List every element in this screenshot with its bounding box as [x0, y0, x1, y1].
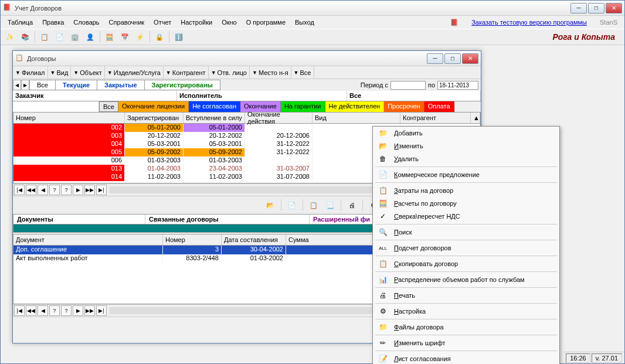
- nav-fastfwd[interactable]: ▶▶: [84, 185, 95, 195]
- filter-location[interactable]: ▼Место н-я: [250, 66, 291, 79]
- context-item[interactable]: 📁Добавить: [373, 127, 559, 140]
- tab-all[interactable]: Все: [29, 80, 56, 90]
- nav-last[interactable]: ▶|: [96, 185, 107, 195]
- context-item[interactable]: 📊Распределение объемов работ по службам: [373, 273, 559, 286]
- tool-contract-icon[interactable]: 📋: [38, 30, 52, 44]
- period-from-input[interactable]: [390, 81, 426, 90]
- col-scroll-up[interactable]: ▲: [471, 113, 480, 123]
- tab-closed[interactable]: Закрытые: [97, 80, 145, 90]
- col-type[interactable]: Вид: [312, 113, 400, 123]
- mt-doc3-icon[interactable]: 📃: [323, 198, 337, 212]
- context-item[interactable]: ALLПодсчет договоров: [373, 241, 559, 254]
- dcol-doc[interactable]: Документ: [13, 234, 163, 245]
- child-icon: 📋: [15, 54, 25, 63]
- menu-table[interactable]: Таблица: [3, 17, 38, 28]
- nav-back[interactable]: ◀: [38, 185, 48, 195]
- filter-contractor[interactable]: ▼Контрагент: [164, 66, 209, 79]
- menu-ref[interactable]: Справочник: [104, 17, 150, 28]
- menu-report[interactable]: Отчет: [149, 17, 176, 28]
- menu-settings[interactable]: Настройки: [176, 17, 217, 28]
- tool-calc-icon[interactable]: 🧮: [103, 30, 117, 44]
- nav-fwd[interactable]: ▶: [73, 185, 83, 195]
- status-neg[interactable]: Не согласован: [189, 101, 240, 112]
- filter-all[interactable]: ▼Все: [291, 66, 314, 79]
- filter-product[interactable]: ▼Изделие/Услуга: [105, 66, 164, 79]
- status-inval[interactable]: Не действителен: [325, 101, 385, 112]
- child-minimize-button[interactable]: ─: [427, 53, 443, 64]
- tab-prev-button[interactable]: ▶: [21, 80, 29, 90]
- dnav-fwd[interactable]: ▶: [73, 305, 83, 316]
- close-button[interactable]: ✕: [606, 3, 622, 13]
- subtab-docs[interactable]: Документы: [13, 215, 145, 224]
- child-close-button[interactable]: ✕: [462, 53, 478, 64]
- context-item[interactable]: 📄Коммерческое предложение: [373, 168, 559, 181]
- menu-about[interactable]: О программе: [242, 17, 290, 28]
- status-over[interactable]: Просрочен: [384, 101, 424, 112]
- dcol-date[interactable]: Дата составления: [222, 234, 286, 245]
- context-menu[interactable]: 📁Добавить📂Изменить🗑Удалить📄Коммерческое …: [372, 126, 560, 364]
- context-item[interactable]: ✏Изменить шрифт: [373, 336, 559, 349]
- tool-org-icon[interactable]: 🏢: [68, 30, 82, 44]
- nav-first[interactable]: |◀: [14, 185, 25, 195]
- tool-book-icon[interactable]: 📚: [18, 30, 32, 44]
- context-item[interactable]: 📁Файлы договора: [373, 321, 559, 334]
- nav-q1[interactable]: ?: [49, 185, 60, 195]
- dnav-last[interactable]: ▶|: [96, 305, 107, 316]
- dcol-num[interactable]: Номер: [163, 234, 222, 245]
- status-all[interactable]: Все: [99, 101, 118, 112]
- context-item[interactable]: ⚙Настройка: [373, 305, 559, 318]
- mt-doc1-icon[interactable]: 📄: [285, 198, 299, 212]
- order-link[interactable]: Заказать тестовую версию программы: [467, 17, 592, 28]
- dnav-first[interactable]: |◀: [14, 305, 25, 316]
- context-item[interactable]: 🧮Расчеты по договору: [373, 197, 559, 210]
- tool-lock-icon[interactable]: 🔒: [152, 30, 167, 44]
- mt-print-icon[interactable]: 🖨: [345, 198, 359, 212]
- menu-dict[interactable]: Словарь: [69, 17, 104, 28]
- filter-type[interactable]: ▼Вид: [48, 66, 72, 79]
- context-item[interactable]: 🔍Поиск: [373, 226, 559, 239]
- context-item[interactable]: 📋Затраты на договор: [373, 184, 559, 197]
- context-item[interactable]: 📋Скопировать договор: [373, 257, 559, 270]
- tool-calendar-icon[interactable]: 📅: [118, 30, 132, 44]
- tab-first-button[interactable]: ◀: [13, 80, 21, 90]
- period-to-input[interactable]: [437, 81, 478, 90]
- tab-registered[interactable]: Зарегистрированы: [144, 80, 220, 90]
- tool-info-icon[interactable]: ℹ️: [172, 30, 186, 44]
- context-item[interactable]: 📂Изменить: [373, 140, 559, 152]
- menu-exit[interactable]: Выход: [290, 17, 319, 28]
- mt-doc2-icon[interactable]: 📋: [307, 198, 321, 212]
- col-registered[interactable]: Зарегистрирован: [125, 113, 184, 123]
- nav-fastback[interactable]: ◀◀: [26, 185, 36, 195]
- dnav-fastfwd[interactable]: ▶▶: [84, 305, 95, 316]
- context-item[interactable]: 🖨Печать: [373, 289, 559, 302]
- filter-object[interactable]: ▼Объект: [71, 66, 104, 79]
- filter-branch[interactable]: ▼Филиал: [13, 66, 48, 79]
- dnav-q2[interactable]: ?: [61, 305, 72, 316]
- context-item[interactable]: ✓Сверка\пересчет НДС: [373, 210, 559, 223]
- child-maximize-button[interactable]: □: [444, 53, 461, 64]
- context-item[interactable]: 📝Лист согласования: [373, 352, 559, 364]
- tool-person-icon[interactable]: 👤: [83, 30, 97, 44]
- maximize-button[interactable]: □: [588, 3, 604, 13]
- tool-flash-icon[interactable]: ⚡: [133, 30, 147, 44]
- subtab-linked[interactable]: Связанные договоры: [145, 215, 310, 224]
- minimize-button[interactable]: ─: [570, 3, 587, 13]
- col-start[interactable]: Вступление в силу: [184, 113, 245, 123]
- tool-wand-icon[interactable]: ✨: [3, 30, 17, 44]
- filter-responsible[interactable]: ▼Отв. лицо: [209, 66, 250, 79]
- menu-window[interactable]: Окно: [217, 17, 242, 28]
- nav-q2[interactable]: ?: [61, 185, 72, 195]
- col-number[interactable]: Номер: [13, 113, 125, 123]
- col-contractor[interactable]: Контрагент: [400, 113, 471, 123]
- tool-addendum-icon[interactable]: 📄: [53, 30, 67, 44]
- context-item[interactable]: 🗑Удалить: [373, 152, 559, 165]
- dnav-fastback[interactable]: ◀◀: [26, 305, 36, 316]
- dnav-back[interactable]: ◀: [38, 305, 48, 316]
- menu-edit[interactable]: Правка: [38, 17, 69, 28]
- status-lic[interactable]: Окончание лицензии: [118, 101, 189, 112]
- col-end[interactable]: Окончание действия: [245, 113, 312, 123]
- tab-current[interactable]: Текущие: [55, 80, 97, 90]
- mt-folder-icon[interactable]: 📂: [263, 198, 277, 212]
- dnav-q1[interactable]: ?: [49, 305, 60, 316]
- status-pay[interactable]: Оплата: [424, 101, 454, 112]
